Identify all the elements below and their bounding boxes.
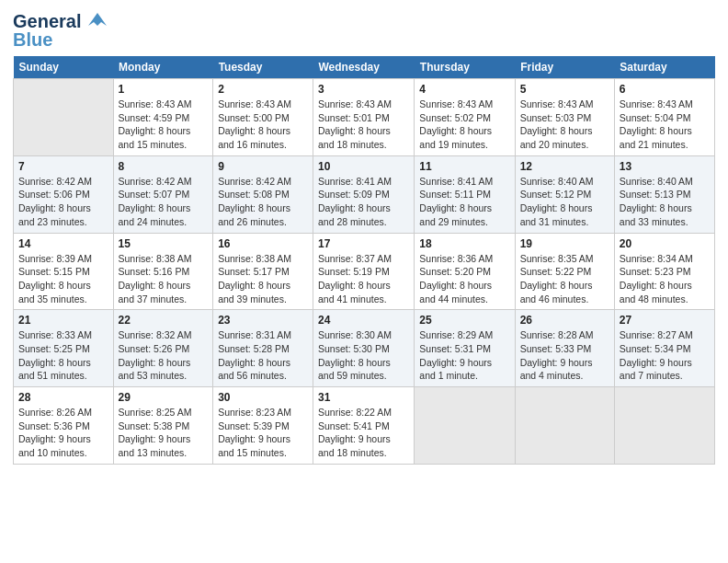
day-number: 2 [218, 83, 308, 96]
day-info: Sunrise: 8:40 AMSunset: 5:13 PMDaylight:… [620, 175, 710, 229]
day-info: Sunrise: 8:43 AMSunset: 5:02 PMDaylight:… [419, 98, 509, 152]
day-number: 22 [119, 314, 209, 327]
day-info: Sunrise: 8:38 AMSunset: 5:17 PMDaylight:… [218, 252, 308, 306]
svg-marker-0 [88, 13, 107, 26]
calendar-header-row: SundayMondayTuesdayWednesdayThursdayFrid… [14, 56, 715, 79]
calendar-cell: 7Sunrise: 8:42 AMSunset: 5:06 PMDaylight… [14, 155, 114, 233]
calendar-cell [614, 387, 714, 465]
calendar-cell: 23Sunrise: 8:31 AMSunset: 5:28 PMDayligh… [213, 310, 313, 387]
day-number: 4 [419, 83, 509, 96]
week-row-2: 7Sunrise: 8:42 AMSunset: 5:06 PMDaylight… [14, 155, 715, 233]
day-info: Sunrise: 8:31 AMSunset: 5:28 PMDaylight:… [218, 328, 308, 383]
calendar-cell: 1Sunrise: 8:43 AMSunset: 4:59 PMDaylight… [113, 79, 213, 156]
day-info: Sunrise: 8:26 AMSunset: 5:36 PMDaylight:… [18, 406, 108, 460]
day-info: Sunrise: 8:37 AMSunset: 5:19 PMDaylight:… [318, 252, 409, 306]
calendar-cell: 24Sunrise: 8:30 AMSunset: 5:30 PMDayligh… [313, 310, 415, 387]
calendar-cell: 8Sunrise: 8:42 AMSunset: 5:07 PMDaylight… [113, 155, 213, 233]
week-row-4: 21Sunrise: 8:33 AMSunset: 5:25 PMDayligh… [14, 310, 715, 387]
calendar-cell: 14Sunrise: 8:39 AMSunset: 5:15 PMDayligh… [14, 233, 114, 310]
day-number: 17 [318, 237, 409, 250]
day-info: Sunrise: 8:28 AMSunset: 5:33 PMDaylight:… [520, 328, 609, 383]
header-wednesday: Wednesday [313, 56, 415, 79]
calendar-cell: 19Sunrise: 8:35 AMSunset: 5:22 PMDayligh… [515, 233, 614, 310]
day-info: Sunrise: 8:41 AMSunset: 5:09 PMDaylight:… [318, 175, 409, 229]
day-number: 30 [218, 391, 308, 404]
calendar-cell: 29Sunrise: 8:25 AMSunset: 5:38 PMDayligh… [113, 387, 213, 465]
day-info: Sunrise: 8:22 AMSunset: 5:41 PMDaylight:… [318, 406, 409, 460]
calendar-cell: 13Sunrise: 8:40 AMSunset: 5:13 PMDayligh… [614, 155, 714, 233]
week-row-5: 28Sunrise: 8:26 AMSunset: 5:36 PMDayligh… [14, 387, 715, 465]
calendar-cell: 10Sunrise: 8:41 AMSunset: 5:09 PMDayligh… [313, 155, 415, 233]
calendar-cell [415, 387, 515, 465]
day-number: 7 [18, 160, 108, 173]
calendar-cell: 6Sunrise: 8:43 AMSunset: 5:04 PMDaylight… [614, 79, 714, 156]
day-info: Sunrise: 8:23 AMSunset: 5:39 PMDaylight:… [218, 406, 308, 460]
day-number: 16 [218, 237, 308, 250]
day-number: 28 [18, 391, 108, 404]
calendar-cell: 15Sunrise: 8:38 AMSunset: 5:16 PMDayligh… [113, 233, 213, 310]
calendar-cell: 21Sunrise: 8:33 AMSunset: 5:25 PMDayligh… [14, 310, 114, 387]
calendar-cell: 26Sunrise: 8:28 AMSunset: 5:33 PMDayligh… [515, 310, 614, 387]
day-number: 29 [119, 391, 209, 404]
week-row-1: 1Sunrise: 8:43 AMSunset: 4:59 PMDaylight… [14, 79, 715, 156]
calendar-cell: 2Sunrise: 8:43 AMSunset: 5:00 PMDaylight… [213, 79, 313, 156]
header-saturday: Saturday [614, 56, 714, 79]
day-number: 25 [419, 314, 509, 327]
header: General Blue [13, 9, 715, 51]
day-info: Sunrise: 8:42 AMSunset: 5:08 PMDaylight:… [218, 175, 308, 229]
day-number: 24 [318, 314, 409, 327]
day-number: 11 [419, 160, 509, 173]
day-number: 12 [520, 160, 609, 173]
calendar-cell: 3Sunrise: 8:43 AMSunset: 5:01 PMDaylight… [313, 79, 415, 156]
day-number: 10 [318, 160, 409, 173]
day-number: 20 [620, 237, 710, 250]
calendar-table: SundayMondayTuesdayWednesdayThursdayFrid… [13, 56, 715, 465]
calendar-cell: 11Sunrise: 8:41 AMSunset: 5:11 PMDayligh… [415, 155, 515, 233]
day-info: Sunrise: 8:35 AMSunset: 5:22 PMDaylight:… [520, 252, 609, 306]
day-info: Sunrise: 8:43 AMSunset: 5:00 PMDaylight:… [218, 98, 308, 152]
day-info: Sunrise: 8:39 AMSunset: 5:15 PMDaylight:… [18, 252, 108, 306]
header-tuesday: Tuesday [213, 56, 313, 79]
calendar-cell: 30Sunrise: 8:23 AMSunset: 5:39 PMDayligh… [213, 387, 313, 465]
logo-general: General [13, 11, 81, 31]
day-info: Sunrise: 8:30 AMSunset: 5:30 PMDaylight:… [318, 328, 409, 383]
calendar-cell: 22Sunrise: 8:32 AMSunset: 5:26 PMDayligh… [113, 310, 213, 387]
day-info: Sunrise: 8:25 AMSunset: 5:38 PMDaylight:… [119, 406, 209, 460]
header-sunday: Sunday [14, 56, 114, 79]
header-monday: Monday [113, 56, 213, 79]
day-number: 3 [318, 83, 409, 96]
day-number: 14 [18, 237, 108, 250]
day-info: Sunrise: 8:43 AMSunset: 5:03 PMDaylight:… [520, 98, 609, 152]
day-info: Sunrise: 8:29 AMSunset: 5:31 PMDaylight:… [419, 328, 509, 383]
day-number: 27 [620, 314, 710, 327]
logo-bird-icon [85, 9, 110, 29]
calendar-cell: 5Sunrise: 8:43 AMSunset: 5:03 PMDaylight… [515, 79, 614, 156]
calendar-cell [14, 79, 114, 156]
calendar-cell [515, 387, 614, 465]
calendar-cell: 9Sunrise: 8:42 AMSunset: 5:08 PMDaylight… [213, 155, 313, 233]
day-number: 13 [620, 160, 710, 173]
day-info: Sunrise: 8:43 AMSunset: 5:04 PMDaylight:… [620, 98, 710, 152]
day-info: Sunrise: 8:32 AMSunset: 5:26 PMDaylight:… [119, 328, 209, 383]
logo: General Blue [13, 9, 110, 51]
calendar-cell: 27Sunrise: 8:27 AMSunset: 5:34 PMDayligh… [614, 310, 714, 387]
day-info: Sunrise: 8:27 AMSunset: 5:34 PMDaylight:… [620, 328, 710, 383]
day-info: Sunrise: 8:40 AMSunset: 5:12 PMDaylight:… [520, 175, 609, 229]
calendar-cell: 17Sunrise: 8:37 AMSunset: 5:19 PMDayligh… [313, 233, 415, 310]
day-number: 8 [119, 160, 209, 173]
header-thursday: Thursday [415, 56, 515, 79]
day-info: Sunrise: 8:43 AMSunset: 5:01 PMDaylight:… [318, 98, 409, 152]
day-number: 5 [520, 83, 609, 96]
day-number: 26 [520, 314, 609, 327]
day-info: Sunrise: 8:43 AMSunset: 4:59 PMDaylight:… [119, 98, 209, 152]
day-number: 9 [218, 160, 308, 173]
logo-blue: Blue [13, 29, 52, 51]
day-number: 15 [119, 237, 209, 250]
calendar-cell: 20Sunrise: 8:34 AMSunset: 5:23 PMDayligh… [614, 233, 714, 310]
day-number: 18 [419, 237, 509, 250]
day-number: 21 [18, 314, 108, 327]
calendar-cell: 31Sunrise: 8:22 AMSunset: 5:41 PMDayligh… [313, 387, 415, 465]
page-container: General Blue SundayMondayTuesdayWednesda… [0, 0, 728, 474]
day-info: Sunrise: 8:33 AMSunset: 5:25 PMDaylight:… [18, 328, 108, 383]
calendar-cell: 4Sunrise: 8:43 AMSunset: 5:02 PMDaylight… [415, 79, 515, 156]
